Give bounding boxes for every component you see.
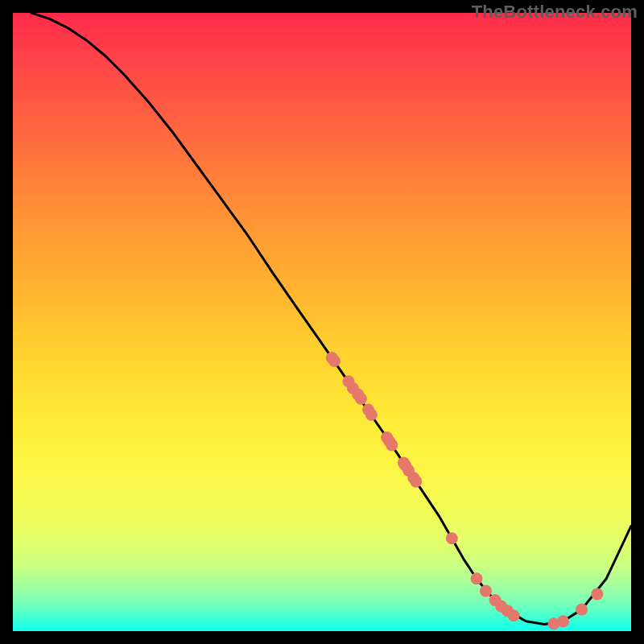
scatter-point: [591, 588, 603, 600]
scatter-point: [508, 609, 520, 621]
scatter-point: [576, 604, 588, 616]
scatter-point: [386, 439, 398, 451]
watermark-text: TheBottleneck.com: [472, 2, 638, 23]
chart-svg: [13, 13, 631, 631]
scatter-point: [557, 615, 569, 627]
bottleneck-curve: [31, 13, 631, 625]
scatter-point: [446, 532, 458, 544]
scatter-points: [326, 352, 603, 630]
curve-line: [31, 13, 631, 625]
scatter-point: [480, 585, 492, 597]
scatter-point: [471, 572, 483, 584]
scatter-point: [410, 476, 422, 488]
scatter-point: [355, 393, 367, 405]
plot-area: [13, 13, 631, 631]
scatter-point: [328, 355, 341, 367]
scatter-point: [365, 409, 378, 421]
chart-frame: [13, 13, 631, 631]
